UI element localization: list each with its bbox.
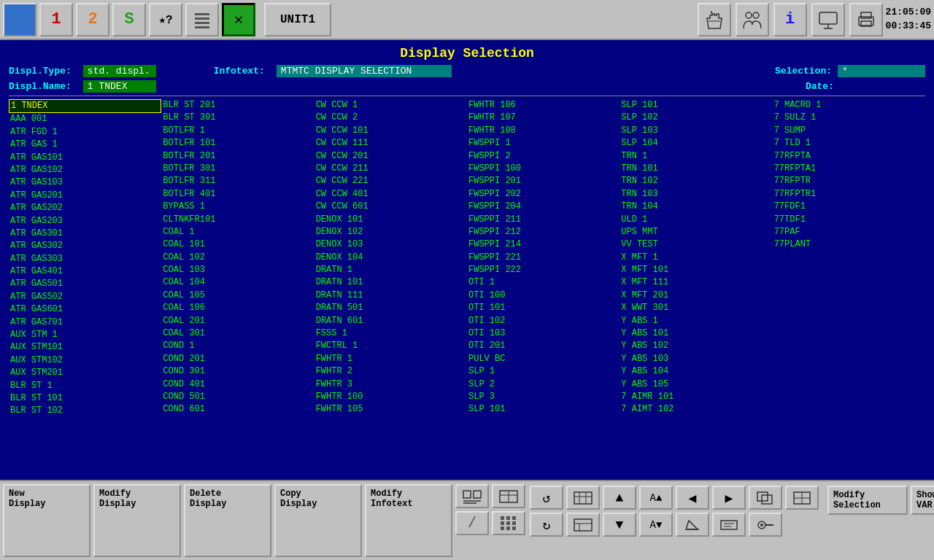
- list-item[interactable]: ATR GAS202: [9, 202, 161, 214]
- list-item[interactable]: FWHTR 2: [314, 365, 467, 378]
- list-item[interactable]: X MFT 201: [620, 289, 772, 302]
- list-item[interactable]: 77TDF1: [773, 214, 925, 226]
- list-item[interactable]: COND 201: [161, 353, 314, 365]
- btn-modify-selection[interactable]: Modify Selection: [827, 486, 908, 515]
- icon-btn-left[interactable]: ◀: [676, 486, 709, 510]
- list-item[interactable]: TRN 101: [620, 163, 772, 175]
- btn-copy-display[interactable]: Copy Display: [274, 484, 362, 557]
- list-item[interactable]: X MFT 101: [620, 264, 772, 276]
- list-item[interactable]: UPS MMT: [620, 226, 772, 238]
- list-item[interactable]: ULD 1: [620, 214, 772, 226]
- list-item[interactable]: Y ABS 1: [620, 315, 772, 327]
- list-item[interactable]: FWSPPI 214: [467, 238, 620, 251]
- list-item[interactable]: DRATN 101: [314, 276, 467, 289]
- list-item[interactable]: FWSPPI 212: [467, 226, 620, 238]
- list-item[interactable]: ATR GAS203: [9, 215, 161, 228]
- list-item[interactable]: 77FDF1: [773, 201, 925, 213]
- list-item[interactable]: ATR GAS303: [9, 253, 161, 265]
- icon-btn-table[interactable]: [492, 484, 525, 508]
- list-item[interactable]: VV TEST: [620, 238, 772, 251]
- toolbar-btn-blank[interactable]: [3, 3, 36, 36]
- list-item[interactable]: BLR ST 102: [9, 405, 161, 417]
- list-item[interactable]: CW CCW 401: [314, 188, 467, 201]
- list-item[interactable]: COND 401: [161, 378, 314, 391]
- icon-btn-redo[interactable]: ↻: [530, 513, 563, 537]
- toolbar-btn-star[interactable]: ★?: [149, 3, 182, 36]
- list-item[interactable]: BLR ST 1: [9, 380, 161, 392]
- list-item[interactable]: OTI 201: [467, 340, 620, 352]
- toolbar-btn-monitor[interactable]: [811, 3, 845, 36]
- list-item[interactable]: 1 TNDEX: [9, 99, 161, 113]
- list-item[interactable]: 77PLANT: [773, 238, 925, 251]
- list-item[interactable]: FWHTR 100: [314, 391, 467, 403]
- icon-btn-edit[interactable]: [676, 513, 709, 537]
- toolbar-btn-x[interactable]: ✕: [222, 3, 255, 36]
- list-item[interactable]: ATR FGD 1: [9, 126, 161, 139]
- list-item[interactable]: COND 601: [161, 403, 314, 416]
- list-item[interactable]: FWSPPI 1: [467, 137, 620, 149]
- list-item[interactable]: ATR GAS 1: [9, 139, 161, 151]
- list-item[interactable]: X WWT 301: [620, 302, 772, 314]
- list-item[interactable]: 77RFPTR1: [773, 188, 925, 201]
- list-item[interactable]: CW CCW 111: [314, 137, 467, 149]
- infotext-value[interactable]: MTMTC DISPLAY SELECTION: [277, 65, 452, 77]
- list-item[interactable]: ATR GAS701: [9, 316, 161, 329]
- list-item[interactable]: ATR GAS201: [9, 190, 161, 202]
- list-item[interactable]: 7 MACRO 1: [773, 99, 925, 112]
- list-item[interactable]: AAA 001: [9, 113, 161, 125]
- list-item[interactable]: COAL 105: [161, 289, 314, 302]
- icon-btn-diagonal[interactable]: /: [455, 511, 489, 535]
- btn-delete-display[interactable]: Delete Display: [184, 484, 271, 557]
- icon-btn-up[interactable]: ▲: [603, 486, 636, 510]
- list-item[interactable]: 77RFPTA: [773, 150, 925, 163]
- list-item[interactable]: BOTLFR 101: [161, 137, 314, 149]
- list-item[interactable]: BOTLFR 301: [161, 163, 314, 175]
- list-item[interactable]: 7 SULZ 1: [773, 112, 925, 124]
- list-item[interactable]: CW CCW 1: [314, 99, 467, 112]
- list-item[interactable]: ATR GAS401: [9, 265, 161, 278]
- list-item[interactable]: 77RFPTA1: [773, 163, 925, 175]
- list-item[interactable]: DRATN 601: [314, 315, 467, 327]
- btn-show-varlist[interactable]: Show VAR List: [911, 486, 934, 515]
- list-item[interactable]: FWHTR 105: [314, 403, 467, 416]
- icon-btn-down[interactable]: ▼: [603, 513, 636, 537]
- list-item[interactable]: CW CCW 2: [314, 112, 467, 124]
- list-item[interactable]: Y ABS 105: [620, 378, 772, 391]
- list-item[interactable]: FWHTR 106: [467, 99, 620, 112]
- list-item[interactable]: ATR GAS302: [9, 240, 161, 252]
- toolbar-btn-s[interactable]: S: [112, 3, 146, 36]
- list-item[interactable]: Y ABS 101: [620, 327, 772, 340]
- list-item[interactable]: COAL 201: [161, 315, 314, 327]
- icon-btn-grid[interactable]: [785, 486, 819, 510]
- list-item[interactable]: 7 SUMP: [773, 125, 925, 137]
- list-item[interactable]: Y ABS 104: [620, 365, 772, 378]
- list-item[interactable]: DENOX 102: [314, 226, 467, 238]
- list-item[interactable]: BOTLFR 311: [161, 175, 314, 187]
- list-item[interactable]: AUX STM102: [9, 354, 161, 367]
- list-item[interactable]: BOTLFR 401: [161, 188, 314, 201]
- icon-btn-table3[interactable]: [566, 513, 600, 537]
- icon-btn-right[interactable]: ▶: [712, 486, 746, 510]
- icon-btn-undo[interactable]: ↺: [530, 486, 563, 510]
- icon-btn-dotmatrix[interactable]: [455, 484, 489, 508]
- icon-btn-dotgrid[interactable]: [492, 511, 525, 535]
- list-item[interactable]: DENOX 104: [314, 252, 467, 264]
- btn-modify-infotext[interactable]: Modify Infotext: [365, 484, 452, 557]
- list-item[interactable]: CLTNKFR101: [161, 214, 314, 226]
- displ-name-value[interactable]: 1 TNDEX: [83, 80, 156, 93]
- toolbar-btn-printer[interactable]: [849, 3, 883, 36]
- list-item[interactable]: OTI 1: [467, 276, 620, 289]
- list-item[interactable]: COND 501: [161, 391, 314, 403]
- list-item[interactable]: DRATN 501: [314, 302, 467, 314]
- list-item[interactable]: FWHTR 3: [314, 378, 467, 391]
- list-item[interactable]: DRATN 1: [314, 264, 467, 276]
- icon-btn-table2[interactable]: [566, 486, 600, 510]
- list-item[interactable]: TRN 103: [620, 188, 772, 201]
- list-item[interactable]: CW CCW 101: [314, 125, 467, 137]
- btn-modify-display[interactable]: Modify Display: [93, 484, 181, 557]
- list-item[interactable]: OTI 102: [467, 315, 620, 327]
- list-item[interactable]: SLP 1: [467, 365, 620, 378]
- selection-value[interactable]: *: [838, 65, 925, 77]
- list-item[interactable]: TRN 1: [620, 150, 772, 163]
- list-item[interactable]: COAL 101: [161, 238, 314, 251]
